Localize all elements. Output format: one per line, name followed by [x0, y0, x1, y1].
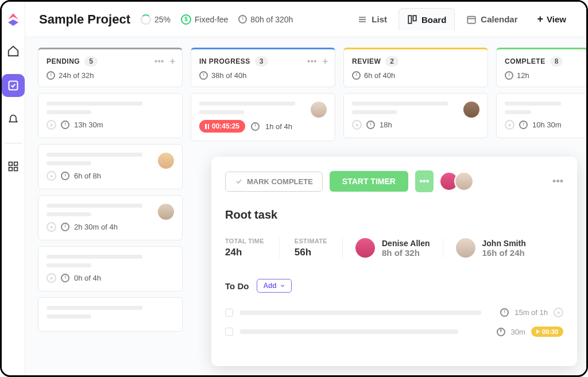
billing-value: Fixed-fee: [195, 15, 228, 24]
task-detail-panel: MARK COMPLETE START TIMER ••• ••• Root t…: [211, 157, 577, 366]
play-icon[interactable]: [554, 308, 563, 317]
clock-icon: [61, 223, 69, 231]
task-card[interactable]: [38, 297, 183, 332]
card-time: 1h of 4h: [265, 122, 292, 131]
assignee-stack[interactable]: [444, 172, 474, 191]
todo-time: 15m of 1h: [514, 308, 548, 317]
card-time: 18h: [380, 121, 392, 129]
view-tab-list[interactable]: List: [349, 8, 395, 30]
clock-icon: [238, 15, 247, 24]
home-icon[interactable]: [2, 40, 25, 63]
column-header-pending[interactable]: PENDING 5 ••• + 24h of 32h: [38, 48, 183, 87]
column-count: 5: [84, 56, 98, 67]
column-more-icon[interactable]: •••: [307, 56, 317, 67]
column-pending: PENDING 5 ••• + 24h of 32h 13h 30m: [38, 48, 183, 365]
svg-rect-2: [14, 162, 18, 166]
view-board-label: Board: [421, 15, 446, 25]
clock-icon: [497, 328, 505, 336]
task-card[interactable]: 6h of 8h: [38, 144, 183, 189]
hours-value: 80h of 320h: [250, 15, 293, 24]
panel-more-icon[interactable]: •••: [552, 176, 563, 188]
avatar[interactable]: [158, 204, 174, 220]
view-list-label: List: [372, 14, 387, 24]
task-title: Root task: [225, 208, 563, 221]
app-logo[interactable]: [5, 11, 22, 28]
progress-ring-icon: [141, 14, 151, 25]
column-count: 2: [385, 56, 399, 67]
play-icon[interactable]: [47, 222, 56, 232]
column-header-progress[interactable]: IN PROGRESS 3 ••• + 38h of 40h: [191, 48, 335, 87]
column-time: 38h of 40h: [211, 71, 246, 80]
add-view-button[interactable]: + View: [529, 8, 574, 30]
checkbox[interactable]: [225, 328, 233, 336]
left-sidebar: [2, 2, 25, 375]
play-icon[interactable]: [47, 171, 56, 181]
card-time: 13h 30m: [74, 121, 103, 129]
task-card[interactable]: 00:45:25 1h of 4h: [191, 93, 335, 141]
task-card[interactable]: 0h of 4h: [38, 246, 183, 292]
column-count: 3: [255, 56, 268, 67]
tasks-icon[interactable]: [2, 74, 25, 97]
member-name: John Smith: [482, 239, 526, 248]
clock-icon: [47, 71, 55, 80]
hours-meta: 80h of 320h: [238, 15, 293, 24]
svg-rect-9: [413, 15, 416, 21]
avatar[interactable]: [158, 153, 174, 169]
play-icon[interactable]: [47, 120, 56, 130]
clock-icon: [61, 274, 69, 282]
clock-icon: [366, 121, 375, 129]
todo-time: 30m: [511, 328, 525, 336]
column-add-icon[interactable]: +: [170, 56, 175, 67]
checkbox[interactable]: [225, 309, 233, 317]
apps-icon[interactable]: [2, 155, 25, 178]
svg-rect-10: [468, 16, 476, 23]
column-title: REVIEW: [352, 57, 381, 65]
notifications-icon[interactable]: [2, 108, 25, 131]
plus-icon: +: [537, 13, 544, 25]
progress-meta: 25%: [141, 14, 171, 25]
avatar[interactable]: [311, 102, 327, 118]
svg-rect-8: [408, 15, 411, 24]
avatar[interactable]: [463, 102, 479, 118]
play-icon[interactable]: [352, 120, 362, 130]
card-time: 10h 30m: [532, 121, 562, 129]
total-time-value: 24h: [225, 247, 264, 258]
start-timer-button[interactable]: START TIMER: [330, 171, 408, 192]
add-todo-button[interactable]: Add: [257, 279, 291, 293]
column-header-complete[interactable]: COMPLETE 8 12h: [496, 48, 588, 87]
column-count: 8: [550, 56, 563, 67]
timer-more-button[interactable]: •••: [415, 170, 434, 192]
clock-icon: [505, 71, 513, 80]
estimate-value: 56h: [295, 247, 327, 258]
task-card[interactable]: 13h 30m: [38, 93, 183, 138]
card-time: 0h of 4h: [74, 274, 101, 282]
column-add-icon[interactable]: +: [323, 56, 328, 67]
avatar[interactable]: [355, 238, 375, 258]
todo-item[interactable]: 30m 00:30: [225, 322, 563, 341]
add-view-label: View: [547, 14, 566, 24]
avatar[interactable]: [456, 238, 475, 258]
play-icon[interactable]: [505, 120, 514, 130]
task-card[interactable]: 18h: [343, 93, 488, 138]
column-time: 12h: [517, 71, 529, 80]
view-tab-calendar[interactable]: Calendar: [458, 8, 525, 30]
project-title: Sample Project: [39, 12, 130, 27]
task-card[interactable]: 10h 30m: [496, 93, 588, 138]
svg-rect-1: [9, 162, 13, 166]
play-icon[interactable]: [47, 273, 56, 283]
todo-item[interactable]: 15m of 1h: [225, 303, 563, 322]
clock-icon: [519, 121, 528, 129]
active-timer-chip[interactable]: 00:45:25: [199, 120, 245, 133]
task-card[interactable]: 2h 30m of 4h: [38, 195, 183, 240]
billing-meta: $ Fixed-fee: [181, 14, 228, 25]
clock-icon: [61, 172, 69, 180]
column-header-review[interactable]: REVIEW 2 6h of 40h: [343, 48, 488, 87]
todo-timer-chip[interactable]: 00:30: [531, 327, 563, 337]
svg-rect-3: [9, 168, 13, 171]
view-tab-board[interactable]: Board: [399, 8, 455, 30]
card-time: 2h 30m of 4h: [74, 223, 118, 231]
mark-complete-button[interactable]: MARK COMPLETE: [225, 172, 323, 192]
column-more-icon[interactable]: •••: [154, 56, 164, 67]
clock-icon: [251, 122, 260, 131]
column-time: 6h of 40h: [364, 71, 395, 80]
